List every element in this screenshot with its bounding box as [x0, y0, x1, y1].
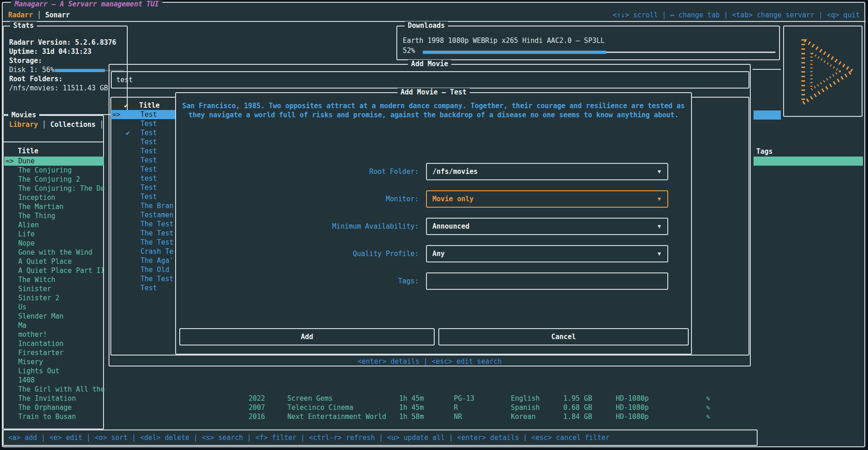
movie-row[interactable]: Sinister [4, 284, 104, 293]
field-dropdown[interactable]: Announced ▼ [426, 218, 668, 235]
movie-row[interactable]: Sinister 2 [4, 293, 104, 303]
disk-usage: Disk 1: 56% [9, 66, 54, 74]
edit-pencil-icon[interactable]: ✎ [706, 394, 710, 403]
movie-title: Alien [18, 220, 39, 230]
search-result-row[interactable]: The Test [111, 238, 175, 247]
movie-row[interactable]: => Dune [4, 157, 104, 166]
field-label: Quality Profile: [213, 245, 419, 262]
search-result-row[interactable]: Test [111, 147, 175, 156]
uptime: Uptime: 31d 04:31:23 [9, 47, 92, 56]
movie-row[interactable]: A Quiet Place [4, 257, 104, 266]
movie-row[interactable]: The Conjuring 2 [4, 175, 104, 184]
movie-row[interactable]: The Thing [4, 211, 104, 220]
search-result-row[interactable]: Test [111, 156, 175, 165]
search-result-row[interactable]: The Test [111, 229, 175, 238]
edit-pencil-icon[interactable]: ✎ [706, 412, 710, 421]
field-dropdown[interactable] [426, 272, 668, 290]
add-movie-form: Root Folder: /nfs/movies ▼ Monitor: Movi… [176, 163, 691, 300]
search-result-row[interactable]: The Bran [111, 201, 175, 210]
search-result-row[interactable]: Crash Te [111, 247, 175, 256]
stats-title: Stats [10, 21, 37, 30]
add-button[interactable]: Add [179, 328, 435, 345]
movie-row[interactable]: Nope [4, 239, 104, 248]
movie-description: San Francisco, 1985. Two opposites attra… [176, 101, 691, 120]
movie-title: Inception [18, 193, 55, 202]
movie-row[interactable]: Lights Out [4, 366, 104, 376]
tab-radarr[interactable]: Radarr [8, 11, 33, 19]
managarr-logo-icon [784, 26, 862, 116]
add-movie-panel-title: Add Movie [408, 60, 451, 68]
managarr-screen: Managarr – A Servarr management TUI Rada… [0, 0, 868, 450]
movie-title: 1408 [18, 376, 35, 385]
movies-table-columns-fragment: 2022 Screen Gems 1h 45m PG-13 English 1.… [0, 394, 868, 421]
movie-row[interactable]: Alien [4, 220, 104, 230]
movie-row[interactable]: Slender Man [4, 312, 104, 321]
tab-collections[interactable]: Collections [50, 120, 95, 129]
movie-studio: Next Entertainment World [287, 412, 386, 421]
downloads-title: Downloads [405, 21, 448, 30]
search-result-row[interactable]: Test [111, 283, 175, 293]
field-dropdown[interactable]: Any ▼ [426, 245, 668, 262]
movie-row[interactable]: mother! [4, 330, 104, 339]
movie-row[interactable]: The Witch [4, 275, 104, 284]
search-result-row[interactable]: The Old [111, 265, 175, 274]
movie-row[interactable]: Ma [4, 321, 104, 330]
movie-row[interactable]: Firestarter [4, 348, 104, 357]
field-dropdown[interactable]: Movie only ▼ [426, 190, 668, 208]
search-result-row[interactable]: Testamen [111, 210, 175, 220]
movies-tab-separator: │ [38, 120, 50, 129]
download-progress-fill [423, 51, 606, 54]
edit-pencil-icon[interactable]: ✎ [706, 403, 710, 412]
disk-progress-fill [55, 69, 105, 72]
movies-tab-separator-2: │ [96, 120, 108, 129]
movies-list: => Dune The Conjuring The Conjuring 2 Th… [4, 157, 104, 421]
search-result-row[interactable]: The Test [111, 274, 175, 283]
result-title: Test [140, 183, 157, 192]
movie-size: 0.68 GB [563, 403, 592, 412]
result-title: The Bran [140, 201, 173, 210]
movie-row[interactable]: The Martian [4, 202, 104, 211]
movie-rating: R [454, 403, 458, 412]
search-result-row[interactable]: Test [111, 165, 175, 174]
movie-language: Korean [511, 412, 535, 421]
cancel-button[interactable]: Cancel [438, 328, 689, 345]
movie-row[interactable]: 1408 [4, 376, 104, 385]
movie-row[interactable]: Inception [4, 193, 104, 202]
storage-label: Storage: [9, 57, 42, 65]
movie-details-row: 2022 Screen Gems 1h 45m PG-13 English 1.… [0, 394, 868, 403]
movie-row[interactable]: Incantation [4, 339, 104, 348]
field-dropdown[interactable]: /nfs/movies ▼ [426, 163, 668, 180]
movie-year: 2022 [249, 394, 265, 403]
tab-separator: │ [33, 11, 45, 19]
movie-quality: HD-1080p [616, 394, 649, 403]
form-row: Tags: [176, 272, 691, 300]
search-result-row[interactable]: Test [111, 119, 175, 128]
movie-row[interactable]: Gone with the Wind [4, 248, 104, 257]
search-result-row[interactable]: The Aga' [111, 256, 175, 265]
search-result-row[interactable]: test [111, 174, 175, 183]
movie-row[interactable]: The Conjuring: The De [4, 184, 104, 193]
search-result-row[interactable]: Test [111, 192, 175, 201]
movie-title: The Conjuring 2 [18, 175, 80, 184]
search-result-row[interactable]: => Test [111, 110, 175, 119]
tab-library[interactable]: Library [9, 120, 38, 129]
search-result-row[interactable]: Test [111, 183, 175, 192]
field-value: Announced [432, 219, 469, 234]
root-folders-label: Root Folders: [9, 75, 62, 83]
title-column-header: Title [139, 101, 160, 110]
movie-row[interactable]: The Girl with All the [4, 385, 104, 394]
search-result-row[interactable]: ✔ Test [111, 128, 175, 137]
search-result-row[interactable]: Test [111, 137, 175, 147]
tab-sonarr[interactable]: Sonarr [45, 11, 70, 19]
chevron-down-icon: ▼ [658, 219, 661, 234]
radarr-version: Radarr Version: 5.2.6.8376 [9, 38, 116, 47]
movie-size: 1.95 GB [563, 394, 592, 403]
movie-row[interactable]: Us [4, 303, 104, 312]
movie-row[interactable]: The Conjuring [4, 166, 104, 175]
search-result-row[interactable]: The Test [111, 220, 175, 229]
movie-search-input[interactable]: test [111, 71, 749, 89]
field-value: /nfs/movies [432, 164, 478, 179]
movie-row[interactable]: Misery [4, 357, 104, 366]
movie-row[interactable]: Life [4, 230, 104, 239]
movie-row[interactable]: A Quiet Place Part II [4, 266, 104, 275]
